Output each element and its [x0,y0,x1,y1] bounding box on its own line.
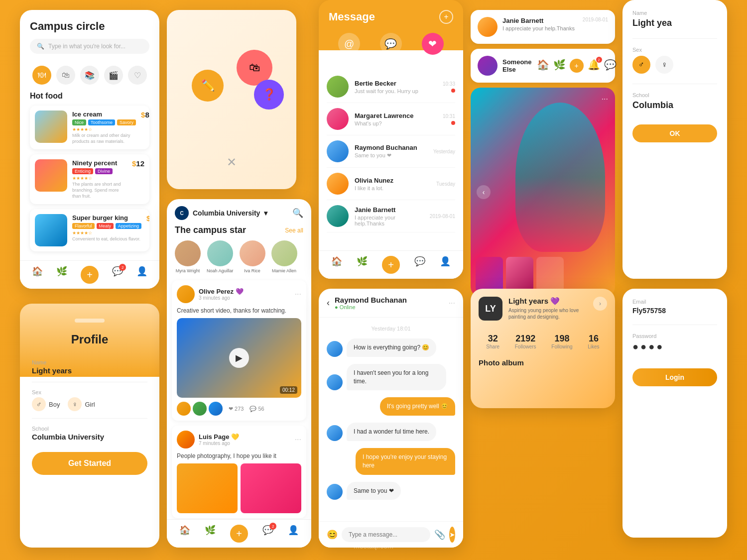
chat-message-sent: It's going pretty well 😊 [327,397,455,416]
campus-star-card: C Columbia University ▾ 🔍 The campus sta… [167,199,311,548]
pd-sex-options: ♂ ♀ [632,56,717,74]
campus-title: Campus circle [30,20,149,33]
nav-home-icon[interactable]: 🏠 [179,525,190,543]
back-button[interactable]: ‹ [327,298,330,308]
tab-mine[interactable]: @ @Mine [338,33,360,63]
message-content: Bertie Becker Just wait for you. Hurry u… [355,80,437,94]
post-name-row: Olive Perez 💜 3 minutes ago [199,288,291,301]
pd-confirm-button[interactable]: OK [632,124,717,142]
message-item[interactable]: Bertie Becker Just wait for you. Hurry u… [327,71,455,103]
photo-album-label: Photo album [471,354,615,371]
send-button[interactable]: ➤ [449,527,455,543]
message-sender-name: Margaret Lawrence [355,112,437,119]
nav-home-icon[interactable]: 🏠 [32,266,43,284]
search-icon[interactable]: 🔍 [292,208,303,219]
category-shop-icon[interactable]: 🛍 [56,66,75,85]
category-book-icon[interactable]: 📚 [80,66,99,85]
school-field: School Columbia University [20,423,159,444]
pd-school-value: Columbia [632,100,717,111]
chat-options-icon[interactable]: ··· [449,299,455,308]
tab-like[interactable]: ❤ Like [422,33,444,63]
nav-leaf-icon[interactable]: 🌿 [56,266,67,284]
login-button[interactable]: Login [632,368,717,386]
light-years-avatar: LY [479,297,502,321]
photo-nav-left[interactable]: ‹ [477,185,491,199]
pd-sex-female-icon[interactable]: ♀ [655,56,673,74]
tab-comment[interactable]: 💬 Comment [379,33,403,63]
leaf-icon[interactable]: 🌿 [553,59,566,73]
sex-girl-option[interactable]: ♀ Girl [68,397,95,411]
food-item[interactable]: Ninety percent Enticing Divine ★★★★☆ The… [30,154,149,204]
messages-header: Message + [319,0,463,29]
bell-icon[interactable]: 🔔2 [588,59,600,73]
nav-profile-icon[interactable]: 👤 [136,266,147,284]
star-avatars-row: Myra Wright Noah Aguillar Iva Rice Mamie… [167,240,311,280]
stat-following-num: 198 [551,334,572,344]
message-item[interactable]: Raymond Buchanan Same to you ❤ Yesterday [327,135,455,168]
message-item[interactable]: Janie Barnett I appreciate your help.Tha… [327,200,455,232]
chat-bubble: I haven't seen you for a long time. [347,364,446,391]
online-status: ● Online [335,304,444,310]
campus-star-title: The campus star [175,225,246,235]
attachment-icon[interactable]: 📎 [434,529,445,540]
message-meta: 10:31 [443,113,455,125]
chat-messages: Yesterday 18:01 How is everything going?… [319,318,463,508]
food-item[interactable]: Ice cream Nice Toothsome Savory ★★★★☆ Mi… [30,106,149,149]
star-item[interactable]: Iva Rice [240,240,265,273]
post-options-icon[interactable]: ··· [295,435,301,444]
nav-message-icon[interactable]: 💬2 [112,266,123,284]
star-item[interactable]: Myra Wright [175,240,201,273]
chat-icon[interactable]: 💬 [604,59,617,73]
get-started-button[interactable]: Get Started [32,452,147,475]
nav-add-icon[interactable]: + [382,256,400,274]
see-all-link[interactable]: See all [285,227,303,234]
chat-input[interactable] [342,527,430,542]
notification-time: 2019-08-01 [583,17,608,22]
message-avatar [327,173,349,195]
add-icon[interactable]: + [570,59,584,73]
message-item[interactable]: Olivia Nunez I like it a lot. Tuesday [327,168,455,200]
star-item[interactable]: Noah Aguillar [207,240,234,273]
nav-home-icon[interactable]: 🏠 [331,256,342,274]
photo-thumbnail[interactable] [476,257,503,292]
question-bubble[interactable]: ❓ [254,80,284,110]
notification-card: Janie Barnett I appreciate your help.Tha… [471,10,615,44]
star-item[interactable]: Mamie Allen [271,240,297,273]
nav-message-icon[interactable]: 💬 [414,256,425,274]
university-selector[interactable]: C Columbia University ▾ [175,206,267,220]
chat-header: ‹ Raymond Buchanan ● Online ··· [319,289,463,318]
sex-boy-option[interactable]: ♂ Boy [32,397,60,411]
message-item[interactable]: Margaret Lawrence What's up? 10:31 [327,103,455,135]
nav-profile-icon[interactable]: 👤 [440,256,451,274]
category-food-icon[interactable]: 🍽 [32,66,51,85]
photo-options-icon[interactable]: ··· [602,95,608,104]
post-options-icon[interactable]: ··· [295,290,301,299]
food-item[interactable]: Super burger king Flavorful Meaty Appeti… [30,209,149,251]
search-bar[interactable]: 🔍 Type in what you're look for... [30,39,149,54]
add-message-button[interactable]: + [439,10,453,24]
post-video[interactable]: ▶ 00:12 [177,318,301,398]
message-sender-name: Bertie Becker [355,80,437,87]
category-video-icon[interactable]: 🎬 [104,66,123,85]
emoji-icon[interactable]: 😊 [327,529,338,540]
nav-leaf-icon[interactable]: 🌿 [205,525,216,543]
nav-message-icon[interactable]: 💬2 [262,525,273,543]
photo-thumbnail[interactable] [506,257,533,292]
notification-content-2: Someone Else [502,58,532,73]
search-placeholder: Type in what you're look for... [48,43,125,50]
nav-leaf-icon[interactable]: 🌿 [357,256,368,274]
home-icon[interactable]: 🏠 [537,59,549,73]
nav-add-icon[interactable]: + [230,525,248,543]
sex-field: Sex ♂ Boy ♀ Girl [20,386,159,414]
category-heart-icon[interactable]: ♡ [128,66,147,85]
close-icon[interactable]: ✕ [227,155,237,169]
nav-profile-icon[interactable]: 👤 [288,525,299,543]
play-button[interactable]: ▶ [229,348,249,368]
nav-add-icon[interactable]: + [81,266,99,284]
profile-stats: 32 Share 2192 Followers 198 Following 16… [471,329,615,354]
university-name: Columbia University [193,209,260,217]
navigate-button[interactable]: › [593,297,607,311]
edit-bubble[interactable]: ✏️ [192,70,224,102]
divider [32,382,147,382]
pd-sex-male-icon[interactable]: ♂ [632,56,650,74]
